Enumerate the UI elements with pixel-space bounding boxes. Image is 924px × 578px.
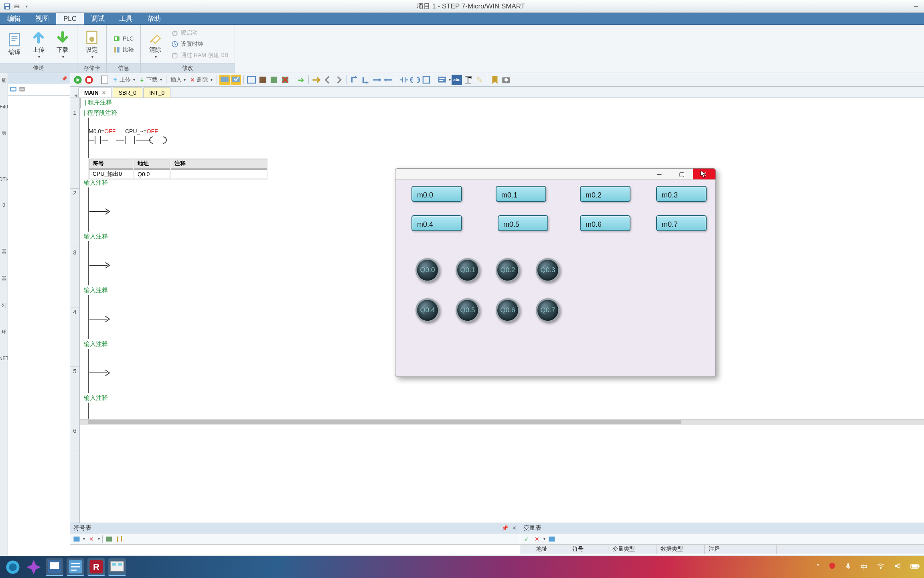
branch-arrow-icon[interactable] (89, 261, 113, 272)
hmi-maximize-button[interactable]: ▢ (671, 169, 693, 179)
tb-window-button[interactable] (246, 75, 257, 85)
menu-debug[interactable]: 调试 (84, 13, 112, 24)
tb-monitor2-button[interactable] (231, 75, 241, 85)
pin-icon[interactable]: 📌 (61, 76, 67, 81)
tb-insert-button[interactable]: 插入 ▾ (169, 76, 188, 83)
tray-wifi-icon[interactable] (877, 562, 885, 572)
check-icon[interactable]: ✓ (523, 535, 531, 543)
panel-pin-icon[interactable]: 📌 (502, 525, 508, 531)
hmi-btn-m00[interactable]: m0.0 (411, 186, 462, 202)
table-icon[interactable] (73, 535, 81, 543)
ribbon-compare-button[interactable]: 比较 (111, 45, 136, 55)
tray-ime[interactable]: 中 (861, 562, 868, 572)
ribbon-ramdb-button[interactable]: 通过 RAM 创建 DB (169, 50, 231, 61)
hmi-titlebar[interactable]: ─ ▢ ✕ (395, 169, 715, 180)
tb-goto-button[interactable] (311, 75, 322, 85)
minimize-button[interactable]: ─ (911, 2, 921, 10)
delete-icon[interactable]: ✕ (87, 535, 95, 543)
branch-arrow-icon[interactable] (89, 314, 113, 326)
symbol-table[interactable]: 符号 地址 注释 CPU_输出0 Q0.0 (88, 158, 268, 180)
horizontal-scrollbar[interactable] (80, 419, 924, 425)
qat-print-icon[interactable] (13, 2, 21, 10)
system-tray[interactable]: ˄ 中 (816, 562, 920, 572)
tb-abc-button[interactable]: abc (452, 75, 462, 85)
tab-main[interactable]: MAIN✕ (78, 87, 112, 98)
coil-symbol[interactable] (144, 135, 172, 147)
rung-6-comment[interactable]: 输入注释 (80, 393, 924, 403)
tray-mic-icon[interactable] (845, 562, 852, 572)
list-icon[interactable] (18, 85, 26, 94)
tray-battery-icon[interactable] (910, 563, 920, 571)
tb-upload-button[interactable]: 上传 ▾ (111, 76, 137, 83)
hmi-btn-m04[interactable]: m0.4 (411, 215, 462, 231)
ribbon-clear-button[interactable]: 清除 ▾ (144, 27, 166, 61)
symbol-table-body[interactable] (70, 545, 520, 556)
branch-arrow-icon[interactable] (89, 368, 113, 379)
ribbon-plc-info-button[interactable]: PLC (111, 33, 136, 44)
tb-run-button[interactable] (73, 75, 83, 85)
menu-edit[interactable]: 编辑 (0, 13, 28, 24)
tb-contact-button[interactable] (399, 75, 409, 85)
ribbon-upload-button[interactable]: 上传 ▾ (27, 27, 50, 61)
tb-branchdown-button[interactable] (361, 75, 371, 85)
rung-1[interactable]: | 程序段注释 M0.0=OFF CPU_~=OFF 符号 地址 (80, 108, 924, 178)
tray-shield-icon[interactable] (829, 562, 836, 572)
tb-highlight-button[interactable]: ✎ (474, 75, 484, 85)
ribbon-compile-button[interactable]: 编译 (3, 27, 26, 61)
task-spark-icon[interactable] (25, 558, 43, 576)
hmi-btn-m03[interactable]: m0.3 (656, 186, 707, 202)
menu-tools[interactable]: 工具 (112, 13, 140, 24)
delete-icon[interactable]: ✕ (533, 535, 541, 543)
taskbar[interactable]: R ˄ 中 (0, 556, 924, 578)
tray-chevron-icon[interactable]: ˄ (816, 563, 820, 572)
tb-branchleft-button[interactable] (383, 75, 393, 85)
tab-sbr0[interactable]: SBR_0 (113, 87, 142, 98)
hmi-minimize-button[interactable]: ─ (648, 169, 671, 179)
branch-arrow-icon[interactable] (89, 207, 113, 218)
rung-1-comment[interactable]: | 程序段注释 (80, 108, 924, 118)
tb-network-button[interactable] (257, 75, 268, 85)
hmi-close-button[interactable]: ✕ (693, 169, 715, 179)
tb-delete-button[interactable]: 删除 ▾ (188, 76, 214, 83)
sort-icon[interactable] (116, 535, 124, 543)
hmi-window[interactable]: ─ ▢ ✕ m0.0 m0.1 m0.2 m0.3 m0.4 m0.5 m0.6… (395, 168, 716, 377)
tree-icon[interactable] (10, 85, 17, 94)
tab-scroll-left[interactable]: ◀ (74, 93, 78, 98)
task-red-icon[interactable]: R (87, 558, 105, 576)
task-editor-icon[interactable] (67, 558, 84, 576)
tb-comment-button[interactable] (437, 75, 447, 85)
task-software-icon[interactable] (46, 558, 63, 576)
program-comment[interactable]: | 程序注释 (80, 98, 924, 108)
ribbon-setclock-button[interactable]: 设置时钟 (169, 39, 231, 49)
qat-dropdown-icon[interactable]: ▾ (22, 2, 30, 10)
tray-volume-icon[interactable] (894, 562, 902, 572)
menu-view[interactable]: 视图 (28, 13, 56, 24)
tb-prev-button[interactable] (322, 75, 333, 85)
hmi-btn-m07[interactable]: m0.7 (656, 215, 707, 231)
tb-compile-button[interactable] (99, 75, 110, 85)
hmi-btn-m05[interactable]: m0.5 (498, 215, 548, 231)
tb-symbol-button[interactable] (463, 75, 473, 85)
ribbon-settings-button[interactable]: 设定 ▾ (81, 27, 103, 61)
tb-monitor1-button[interactable] (219, 75, 230, 85)
insert-icon[interactable] (548, 535, 556, 543)
tb-bookmark-button[interactable] (490, 75, 500, 85)
tb-next-button[interactable] (334, 75, 344, 85)
tb-branchright-button[interactable] (372, 75, 382, 85)
contact-2-symbol[interactable] (116, 135, 144, 145)
tab-close-icon[interactable]: ✕ (102, 90, 106, 96)
tb-coil-button[interactable] (410, 75, 420, 85)
panel-close-icon[interactable]: ✕ (512, 525, 517, 531)
tb-snapshot-button[interactable] (501, 75, 511, 85)
vartable-body[interactable]: 地址 符号 变量类型 数据类型 注释 (520, 545, 924, 556)
tb-stop-button[interactable] (84, 75, 94, 85)
hmi-btn-m06[interactable]: m0.6 (580, 215, 630, 231)
ribbon-warmstart-button[interactable]: 暖启动 (169, 28, 231, 38)
hmi-btn-m02[interactable]: m0.2 (580, 186, 630, 202)
tb-box-button[interactable] (421, 75, 432, 85)
tb-del-block-button[interactable] (280, 75, 290, 85)
insert-icon[interactable] (105, 535, 113, 543)
ribbon-download-button[interactable]: 下载 ▾ (51, 27, 74, 61)
task-hmi-icon[interactable] (108, 558, 126, 576)
menu-help[interactable]: 帮助 (140, 13, 168, 24)
